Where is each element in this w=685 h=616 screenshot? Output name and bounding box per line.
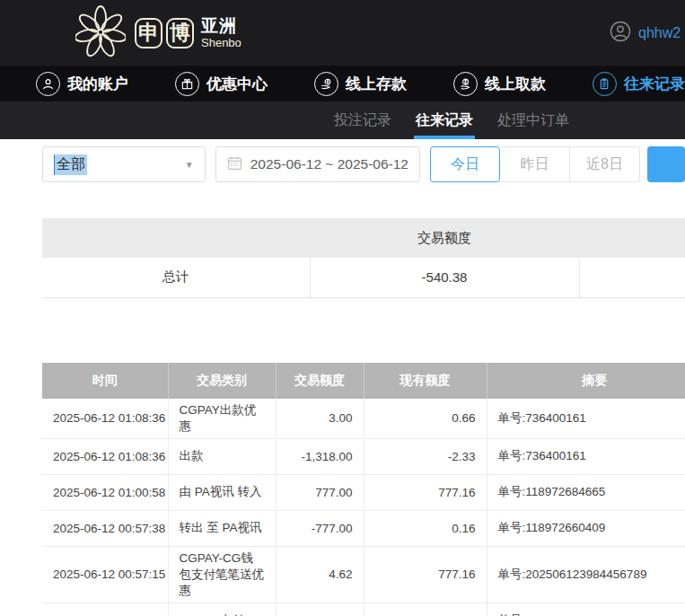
last-8-days-button[interactable]: 近8日 — [570, 146, 640, 182]
brand-char-shen: 申 — [135, 18, 162, 48]
deposit-icon — [314, 72, 338, 96]
cell-time: 2025-06-12 00:57:15 — [42, 603, 168, 616]
main-navigation: 我的账户 优惠中心 线上存款 线上取款 — [0, 66, 685, 101]
active-tab-underline — [414, 136, 475, 139]
summary-total-value: -540.38 — [310, 258, 579, 297]
nav-item-transaction-records[interactable]: 往来记录 — [593, 72, 685, 96]
col-header-memo: 摘要 — [487, 363, 685, 399]
cell-balance: 777.16 — [364, 546, 487, 603]
table-row: 2025-06-12 01:08:36 CGPAY出款优惠 3.00 0.66 … — [42, 399, 685, 439]
nav-label: 我的账户 — [67, 74, 128, 94]
cell-amount: -1,318.00 — [276, 438, 364, 474]
col-header-balance: 现有额度 — [364, 363, 487, 399]
col-header-type: 交易类别 — [168, 363, 276, 399]
nav-label: 线上取款 — [485, 74, 546, 94]
cell-time: 2025-06-12 01:08:36 — [42, 438, 168, 474]
summary-total-label: 总计 — [42, 258, 310, 297]
tab-processing-orders[interactable]: 处理中订单 — [497, 101, 569, 139]
tab-betting-records[interactable]: 投注记录 — [334, 101, 391, 139]
brand-subtitle: Shenbo — [201, 37, 242, 48]
cell-memo: 单号:736400161 — [487, 438, 685, 474]
cell-amount: 777.00 — [276, 474, 364, 510]
cell-type: CGPAY支付 — [168, 603, 276, 616]
cell-time: 2025-06-12 00:57:38 — [42, 510, 168, 546]
type-select[interactable]: 全部 ▼ — [42, 146, 206, 182]
nav-label: 优惠中心 — [206, 74, 268, 94]
cell-amount: 3.00 — [276, 399, 364, 439]
calendar-icon — [227, 155, 242, 174]
cell-balance: 777.16 — [364, 474, 487, 510]
withdraw-icon — [453, 72, 478, 96]
cell-memo: 单号:736400161 — [487, 399, 685, 439]
tab-transaction-records[interactable]: 往来记录 — [416, 101, 473, 139]
cell-amount: 4.62 — [276, 546, 364, 603]
filter-bar: 全部 ▼ 2025-06-12 ~ 2025-06-12 今日 昨日 近8日 — [42, 146, 685, 182]
cell-type: 由 PA视讯 转入 — [168, 474, 276, 510]
cell-amount: -777.00 — [276, 510, 364, 546]
nav-item-my-account[interactable]: 我的账户 — [36, 72, 128, 96]
gift-icon — [175, 72, 199, 96]
nav-label: 往来记录 — [624, 74, 685, 94]
cell-memo: 单号:202506123984456789 — [487, 603, 685, 616]
cell-balance: 0.16 — [364, 510, 487, 546]
cell-type: CGPAY-CG钱包支付笔笔送优惠 — [168, 546, 276, 603]
cell-memo: 单号:118972684665 — [487, 474, 685, 510]
brand-flower-icon — [75, 5, 126, 61]
table-row: 2025-06-12 01:00:58 由 PA视讯 转入 777.00 777… — [42, 474, 685, 510]
cell-amount: 770.00 — [276, 603, 364, 616]
record-tabs: 投注记录 往来记录 处理中订单 — [0, 101, 685, 139]
table-header-row: 时间 交易类别 交易额度 现有额度 摘要 — [42, 363, 685, 399]
search-button-partial[interactable] — [647, 146, 685, 182]
cell-time: 2025-06-12 01:00:58 — [42, 474, 168, 510]
chevron-down-icon: ▼ — [185, 160, 194, 170]
summary-empty-cell — [579, 258, 685, 297]
cell-time: 2025-06-12 00:57:15 — [42, 546, 168, 603]
cell-balance: -2.33 — [364, 438, 487, 474]
nav-label: 线上存款 — [346, 74, 407, 94]
username-label: qhhw2 — [638, 25, 681, 41]
table-row: 2025-06-12 00:57:15 CGPAY-CG钱包支付笔笔送优惠 4.… — [42, 546, 685, 603]
today-button[interactable]: 今日 — [430, 146, 500, 182]
cell-type: CGPAY出款优惠 — [168, 399, 276, 439]
yesterday-button[interactable]: 昨日 — [500, 146, 570, 182]
cell-memo: 单号:118972660409 — [487, 510, 685, 546]
top-header: 申 博 亚洲 Shenbo qhhw2 — [0, 0, 685, 66]
table-row: 2025-06-12 01:08:36 出款 -1,318.00 -2.33 单… — [42, 438, 685, 474]
user-avatar-icon — [610, 21, 631, 46]
brand-char-bo: 博 — [166, 18, 194, 48]
col-header-time: 时间 — [42, 363, 168, 399]
tab-label: 投注记录 — [334, 111, 391, 130]
cell-memo: 单号:202506123984456789 — [487, 546, 685, 603]
brand-suffix: 亚洲 — [201, 17, 242, 34]
cell-time: 2025-06-12 01:08:36 — [42, 399, 168, 439]
nav-item-online-deposit[interactable]: 线上存款 — [314, 72, 407, 96]
cell-balance: 0.66 — [364, 399, 487, 439]
cell-type: 出款 — [168, 438, 276, 474]
nav-item-promotions[interactable]: 优惠中心 — [175, 72, 268, 96]
summary-table: 交易额度 总计 -540.38 — [42, 218, 685, 298]
brand-logo[interactable]: 申 博 亚洲 Shenbo — [75, 5, 242, 61]
table-row: 2025-06-12 00:57:15 CGPAY支付 770.00 772.5… — [42, 603, 685, 616]
quick-date-buttons: 今日 昨日 近8日 — [430, 146, 640, 182]
cell-type: 转出 至 PA视讯 — [168, 510, 276, 546]
nav-item-online-withdrawal[interactable]: 线上取款 — [453, 72, 546, 96]
user-account[interactable]: qhhw2 — [610, 21, 685, 46]
records-icon — [593, 72, 617, 96]
table-row: 2025-06-12 00:57:38 转出 至 PA视讯 -777.00 0.… — [42, 510, 685, 546]
records-table: 时间 交易类别 交易额度 现有额度 摘要 2025-06-12 01:08:36… — [42, 363, 685, 616]
type-select-value: 全部 — [54, 154, 87, 175]
cell-balance: 772.54 — [364, 603, 487, 616]
date-range-input[interactable]: 2025-06-12 ~ 2025-06-12 — [215, 146, 420, 182]
tab-label: 往来记录 — [416, 111, 473, 130]
tab-label: 处理中订单 — [497, 111, 569, 130]
summary-header: 交易额度 — [42, 218, 685, 258]
col-header-amount: 交易额度 — [276, 363, 364, 399]
date-range-value: 2025-06-12 ~ 2025-06-12 — [250, 156, 408, 172]
user-icon — [36, 72, 60, 96]
